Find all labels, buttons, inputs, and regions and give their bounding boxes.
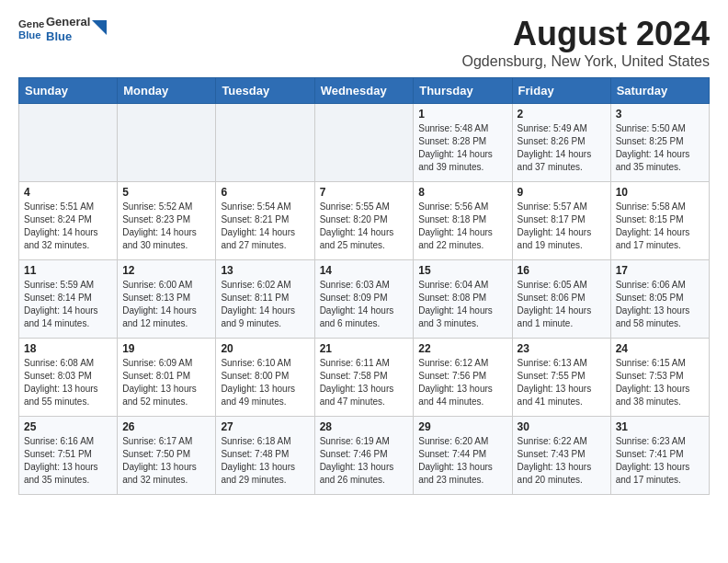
calendar-cell: 23Sunrise: 6:13 AM Sunset: 7:55 PM Dayli… [512, 339, 610, 417]
calendar-cell [314, 104, 414, 182]
calendar-cell: 18Sunrise: 6:08 AM Sunset: 8:03 PM Dayli… [19, 339, 118, 417]
calendar-cell: 5Sunrise: 5:52 AM Sunset: 8:23 PM Daylig… [118, 182, 216, 260]
day-number: 9 [518, 186, 606, 199]
calendar-header-sunday: Sunday [19, 78, 118, 104]
day-number: 12 [122, 264, 210, 277]
day-info: Sunrise: 6:23 AM Sunset: 7:41 PM Dayligh… [616, 435, 704, 487]
calendar-cell [118, 104, 216, 182]
logo-triangle-icon [92, 20, 107, 39]
title-block: August 2024 Ogdensburg, New York, United… [462, 15, 711, 70]
day-number: 30 [518, 420, 606, 433]
calendar-cell: 15Sunrise: 6:04 AM Sunset: 8:08 PM Dayli… [414, 260, 512, 339]
day-info: Sunrise: 6:02 AM Sunset: 8:11 PM Dayligh… [221, 279, 309, 330]
day-number: 4 [24, 186, 112, 199]
calendar-cell: 13Sunrise: 6:02 AM Sunset: 8:11 PM Dayli… [216, 260, 314, 339]
calendar-cell: 17Sunrise: 6:06 AM Sunset: 8:05 PM Dayli… [610, 260, 709, 339]
calendar-cell: 29Sunrise: 6:20 AM Sunset: 7:44 PM Dayli… [414, 417, 512, 495]
calendar-cell: 2Sunrise: 5:49 AM Sunset: 8:26 PM Daylig… [512, 104, 610, 182]
day-info: Sunrise: 6:20 AM Sunset: 7:44 PM Dayligh… [418, 435, 506, 487]
day-info: Sunrise: 6:11 AM Sunset: 7:58 PM Dayligh… [320, 357, 409, 408]
day-info: Sunrise: 5:49 AM Sunset: 8:26 PM Dayligh… [518, 122, 606, 174]
calendar-cell: 30Sunrise: 6:22 AM Sunset: 7:43 PM Dayli… [512, 417, 610, 495]
svg-marker-3 [92, 20, 107, 35]
calendar-cell: 3Sunrise: 5:50 AM Sunset: 8:25 PM Daylig… [610, 104, 709, 182]
day-info: Sunrise: 6:10 AM Sunset: 8:00 PM Dayligh… [221, 357, 309, 408]
day-info: Sunrise: 6:18 AM Sunset: 7:48 PM Dayligh… [221, 435, 309, 487]
page-title: August 2024 [462, 15, 711, 53]
day-info: Sunrise: 5:59 AM Sunset: 8:14 PM Dayligh… [24, 279, 112, 330]
day-info: Sunrise: 5:55 AM Sunset: 8:20 PM Dayligh… [320, 201, 409, 252]
calendar-header-wednesday: Wednesday [314, 78, 414, 104]
svg-text:Blue: Blue [18, 29, 41, 40]
day-number: 11 [24, 264, 112, 277]
day-number: 26 [122, 420, 210, 433]
day-number: 8 [418, 186, 506, 199]
calendar-header-thursday: Thursday [414, 78, 512, 104]
day-number: 21 [320, 342, 409, 355]
calendar-cell: 6Sunrise: 5:54 AM Sunset: 8:21 PM Daylig… [216, 182, 314, 260]
calendar-cell: 22Sunrise: 6:12 AM Sunset: 7:56 PM Dayli… [414, 339, 512, 417]
day-info: Sunrise: 6:16 AM Sunset: 7:51 PM Dayligh… [24, 435, 112, 487]
calendar-header-monday: Monday [118, 78, 216, 104]
day-number: 29 [418, 420, 506, 433]
day-number: 2 [518, 108, 606, 121]
calendar-cell: 7Sunrise: 5:55 AM Sunset: 8:20 PM Daylig… [314, 182, 414, 260]
day-number: 18 [24, 342, 112, 355]
calendar-cell: 14Sunrise: 6:03 AM Sunset: 8:09 PM Dayli… [314, 260, 414, 339]
calendar-week-row: 4Sunrise: 5:51 AM Sunset: 8:24 PM Daylig… [19, 182, 710, 260]
day-info: Sunrise: 5:56 AM Sunset: 8:18 PM Dayligh… [418, 201, 506, 252]
calendar-cell: 10Sunrise: 5:58 AM Sunset: 8:15 PM Dayli… [610, 182, 709, 260]
day-info: Sunrise: 6:00 AM Sunset: 8:13 PM Dayligh… [122, 279, 210, 330]
page-header: General Blue General Blue August 2024 Og… [18, 15, 710, 70]
calendar-cell: 27Sunrise: 6:18 AM Sunset: 7:48 PM Dayli… [216, 417, 314, 495]
day-info: Sunrise: 6:17 AM Sunset: 7:50 PM Dayligh… [122, 435, 210, 487]
day-number: 3 [616, 108, 704, 121]
calendar-table: SundayMondayTuesdayWednesdayThursdayFrid… [18, 77, 710, 495]
calendar-cell: 24Sunrise: 6:15 AM Sunset: 7:53 PM Dayli… [610, 339, 709, 417]
day-number: 13 [221, 264, 309, 277]
day-number: 5 [122, 186, 210, 199]
calendar-week-row: 18Sunrise: 6:08 AM Sunset: 8:03 PM Dayli… [19, 339, 710, 417]
calendar-cell: 21Sunrise: 6:11 AM Sunset: 7:58 PM Dayli… [314, 339, 414, 417]
day-info: Sunrise: 6:05 AM Sunset: 8:06 PM Dayligh… [518, 279, 606, 330]
day-number: 16 [518, 264, 606, 277]
logo-general: General [46, 15, 90, 29]
day-number: 10 [616, 186, 704, 199]
calendar-cell: 28Sunrise: 6:19 AM Sunset: 7:46 PM Dayli… [314, 417, 414, 495]
calendar-cell: 9Sunrise: 5:57 AM Sunset: 8:17 PM Daylig… [512, 182, 610, 260]
day-number: 24 [616, 342, 704, 355]
page-subtitle: Ogdensburg, New York, United States [462, 53, 711, 70]
calendar-cell: 20Sunrise: 6:10 AM Sunset: 8:00 PM Dayli… [216, 339, 314, 417]
calendar-cell: 16Sunrise: 6:05 AM Sunset: 8:06 PM Dayli… [512, 260, 610, 339]
calendar-cell [19, 104, 118, 182]
day-info: Sunrise: 5:54 AM Sunset: 8:21 PM Dayligh… [221, 201, 309, 252]
day-number: 20 [221, 342, 309, 355]
day-number: 17 [616, 264, 704, 277]
calendar-cell: 11Sunrise: 5:59 AM Sunset: 8:14 PM Dayli… [19, 260, 118, 339]
day-info: Sunrise: 6:04 AM Sunset: 8:08 PM Dayligh… [418, 279, 506, 330]
calendar-week-row: 11Sunrise: 5:59 AM Sunset: 8:14 PM Dayli… [19, 260, 710, 339]
day-number: 7 [320, 186, 409, 199]
logo-blue: Blue [46, 29, 90, 44]
day-info: Sunrise: 6:19 AM Sunset: 7:46 PM Dayligh… [320, 435, 409, 487]
day-info: Sunrise: 6:22 AM Sunset: 7:43 PM Dayligh… [518, 435, 606, 487]
day-info: Sunrise: 6:03 AM Sunset: 8:09 PM Dayligh… [320, 279, 409, 330]
day-info: Sunrise: 6:09 AM Sunset: 8:01 PM Dayligh… [122, 357, 210, 408]
calendar-header-friday: Friday [512, 78, 610, 104]
calendar-cell: 25Sunrise: 6:16 AM Sunset: 7:51 PM Dayli… [19, 417, 118, 495]
day-info: Sunrise: 6:06 AM Sunset: 8:05 PM Dayligh… [616, 279, 704, 330]
calendar-cell: 12Sunrise: 6:00 AM Sunset: 8:13 PM Dayli… [118, 260, 216, 339]
calendar-cell: 4Sunrise: 5:51 AM Sunset: 8:24 PM Daylig… [19, 182, 118, 260]
day-info: Sunrise: 6:13 AM Sunset: 7:55 PM Dayligh… [518, 357, 606, 408]
day-number: 28 [320, 420, 409, 433]
day-info: Sunrise: 6:12 AM Sunset: 7:56 PM Dayligh… [418, 357, 506, 408]
calendar-cell: 31Sunrise: 6:23 AM Sunset: 7:41 PM Dayli… [610, 417, 709, 495]
calendar-cell: 19Sunrise: 6:09 AM Sunset: 8:01 PM Dayli… [118, 339, 216, 417]
day-info: Sunrise: 5:50 AM Sunset: 8:25 PM Dayligh… [616, 122, 704, 174]
day-info: Sunrise: 6:15 AM Sunset: 7:53 PM Dayligh… [616, 357, 704, 408]
logo: General Blue General Blue [18, 15, 107, 43]
day-number: 23 [518, 342, 606, 355]
calendar-cell: 26Sunrise: 6:17 AM Sunset: 7:50 PM Dayli… [118, 417, 216, 495]
svg-text:General: General [18, 18, 44, 29]
day-number: 25 [24, 420, 112, 433]
